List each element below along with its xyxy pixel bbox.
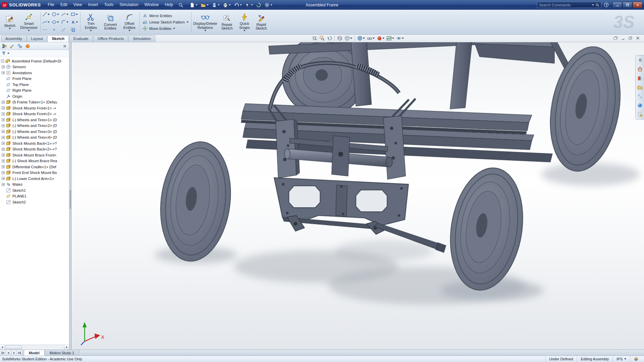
tree-expander-icon[interactable] [2,165,5,168]
menu-edit[interactable]: Edit [57,0,70,10]
configuration-manager-tab[interactable] [17,43,23,49]
tree-item[interactable]: PLANE1 [0,193,69,199]
tab-layout[interactable]: Layout [27,35,47,42]
command-search-icon[interactable] [178,2,183,8]
tree-item[interactable]: Origin [0,93,69,99]
arc-button[interactable] [61,11,70,18]
maximize-button[interactable] [623,2,632,8]
chevron-down-icon[interactable] [7,53,9,54]
tree-expander-icon[interactable] [1,59,4,62]
tree-item[interactable]: Shock Mounts Front<2> -> [0,111,69,117]
menu-file[interactable]: File [45,0,57,10]
tree-item[interactable]: Shock Mounts Front<1> -> [0,105,69,111]
tree-item[interactable]: Right Plane [0,88,69,94]
tree-expander-icon[interactable] [2,177,5,180]
tree-item[interactable]: Differential Cradle<1> (Def [0,164,69,170]
scroll-right-button[interactable] [64,345,69,350]
filter-icon[interactable] [2,51,6,56]
solidworks-resources-tab[interactable] [637,66,643,73]
tree-item[interactable]: (-) Wheels and Tires<2> (D [0,123,69,129]
rectangle-button[interactable] [70,11,79,18]
chevron-down-icon[interactable] [592,4,594,6]
tree-expander-icon[interactable] [2,106,5,109]
first-tab-button[interactable] [0,350,6,356]
circle-button[interactable] [51,11,60,18]
splitter-handle[interactable] [70,190,71,209]
quick-tips-toggle[interactable] [630,356,642,362]
apply-scene-button[interactable] [386,35,395,41]
options-button[interactable] [263,2,274,8]
units-selector[interactable]: IPS [612,356,630,362]
panel-overflow-button[interactable] [61,43,68,49]
graphics-area[interactable]: X [71,42,644,350]
trim-entities-button[interactable]: Trim Entities [82,10,100,34]
select-button[interactable] [244,2,254,8]
menu-simulation[interactable]: Simulation [116,0,141,10]
model-tab-model[interactable]: Model [24,350,45,356]
tree-expander-icon[interactable] [2,101,5,104]
model-tab-motion-study-1[interactable]: Motion Study 1 [45,350,79,356]
menu-window[interactable]: Window [141,0,162,10]
tree-item[interactable]: Sensors [0,64,69,70]
point-button[interactable] [51,26,60,34]
smart-dimension-button[interactable]: Smart Dimension [18,10,40,34]
tree-item[interactable]: (-) Wheels and Tires<3> (D [0,129,69,135]
print-button[interactable] [221,2,232,8]
appearances-tab[interactable] [637,102,643,109]
menu-view[interactable]: View [70,0,85,10]
linear-sketch-pattern-button[interactable]: Linear Sketch Pattern [141,19,190,25]
quick-snaps-button[interactable]: Quick Snaps [236,10,253,34]
scrollbar-thumb[interactable] [6,346,22,349]
convert-entities-button[interactable]: Convert Entities [100,10,120,34]
menu-insert[interactable]: Insert [85,0,101,10]
design-library-tab[interactable] [637,75,643,82]
tree-expander-icon[interactable] [2,124,5,127]
tree-item[interactable]: Mates [0,182,69,188]
menu-tools[interactable]: Tools [101,0,116,10]
tree-expander-icon[interactable] [2,142,5,145]
tire-front-left[interactable] [154,138,237,265]
view-palette-tab[interactable] [637,93,643,100]
sketch-button[interactable]: Sketch [1,10,18,34]
edit-appearance-button[interactable] [376,35,385,41]
tree-expander-icon[interactable] [2,130,5,133]
tree-item[interactable]: (-) Shock Mount Brace Rea [0,158,69,164]
tree-item[interactable]: (-) Lower Control Arm<1> [0,176,69,182]
rebuild-button[interactable] [255,2,263,8]
tree-expander-icon[interactable] [2,65,5,69]
cascade-window-button[interactable] [613,36,618,40]
section-view-button[interactable] [336,35,343,41]
tree-item[interactable]: Shock Mount Brace Front< [0,152,69,158]
centerline-button[interactable] [42,26,51,34]
ellipse-button[interactable] [51,18,60,26]
viewport-scene[interactable]: X [71,42,644,350]
move-entities-button[interactable]: Move Entities [141,26,190,31]
spline-button[interactable] [42,18,51,26]
previous-view-button[interactable] [326,35,333,41]
view-settings-button[interactable] [395,35,405,41]
tree-item[interactable]: Sketch1 [0,187,69,193]
tree-expander-icon[interactable] [2,112,5,116]
line-button[interactable] [42,11,51,18]
property-manager-tab[interactable] [9,43,15,49]
close-button[interactable] [633,2,642,8]
tree-item[interactable]: Shock Mounts Back<2>->? [0,146,69,152]
menu-help[interactable]: Help [162,0,176,10]
tree-expander-icon[interactable] [2,71,5,74]
close-window-button[interactable] [636,36,640,40]
next-tab-button[interactable] [11,350,17,356]
tree-item[interactable]: Top Plane [0,82,69,88]
tree-expander-icon[interactable] [2,160,5,163]
tab-evaluate[interactable]: Evaluate [69,35,93,42]
repair-sketch-button[interactable]: Repair Sketch [218,10,236,34]
custom-properties-tab[interactable] [637,111,643,118]
construction-line-button[interactable] [61,26,70,34]
text-button[interactable]: A [70,18,79,26]
tree-item[interactable]: Annotations [0,70,69,76]
previous-tab-button[interactable] [6,350,11,356]
rapid-sketch-button[interactable]: Rapid Sketch [253,10,270,34]
tree-expander-icon[interactable] [2,136,5,139]
tab-assembly[interactable]: Assembly [1,35,26,42]
fillet-button[interactable] [61,18,70,26]
tree-expander-icon[interactable] [2,118,5,121]
